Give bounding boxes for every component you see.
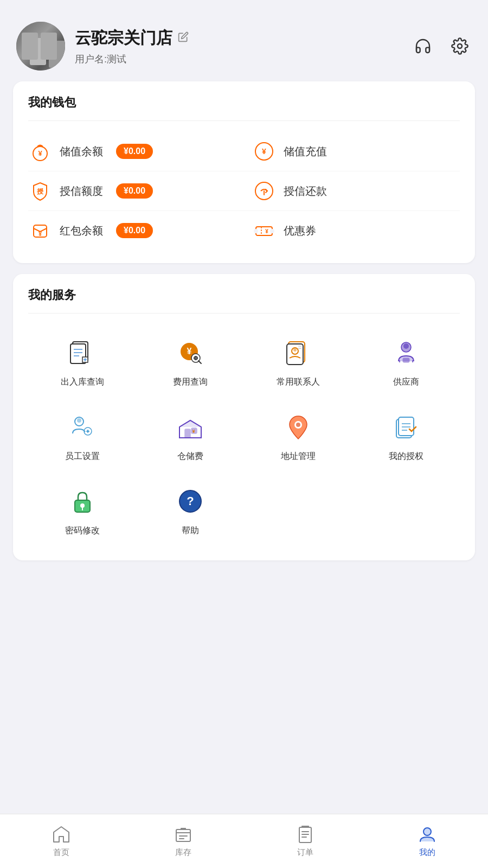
svg-point-51 <box>296 423 300 427</box>
coupon-icon: ¥ <box>252 219 276 242</box>
password-change-icon <box>65 484 100 519</box>
warehouse-query-icon <box>65 335 100 370</box>
wallet-row-savings: ¥ 储值余额 ¥0.00 ¥ 储值充值 <box>28 132 460 171</box>
svg-point-0 <box>458 44 462 48</box>
service-fee-query[interactable]: ¥ 费用查询 <box>136 324 244 399</box>
wallet-left-redpacket[interactable]: ¥ 红包余额 ¥0.00 <box>28 219 236 242</box>
service-label-fee: 费用查询 <box>173 376 208 388</box>
service-help[interactable]: ? 帮助 <box>136 473 244 547</box>
svg-text:¥: ¥ <box>192 429 195 434</box>
svg-rect-38 <box>403 358 409 362</box>
services-title: 我的服务 <box>28 287 460 314</box>
svg-text:¥: ¥ <box>38 149 42 157</box>
svg-point-42 <box>77 418 81 423</box>
wallet-rows: ¥ 储值余额 ¥0.00 ¥ 储值充值 <box>28 126 460 250</box>
my-authorization-icon <box>389 410 423 444</box>
nav-home-label: 首页 <box>53 847 69 858</box>
service-label-storage: 仓储费 <box>177 451 203 462</box>
inventory-icon <box>174 825 193 844</box>
svg-point-12 <box>270 229 274 233</box>
nav-orders-label: 订单 <box>297 847 313 858</box>
coupon-label: 优惠券 <box>284 224 316 238</box>
svg-point-33 <box>293 348 297 352</box>
service-label-address: 地址管理 <box>281 451 316 462</box>
svg-text:¥: ¥ <box>262 147 266 156</box>
nav-orders[interactable]: 订单 <box>285 820 326 862</box>
yuan-circle-icon: ¥ <box>252 139 276 163</box>
redpacket-label: 红包余额 <box>60 224 103 238</box>
services-grid: 出入库查询 ¥ 费用查询 <box>28 319 460 547</box>
redpacket-amount: ¥0.00 <box>116 223 153 238</box>
credit-amount: ¥0.00 <box>116 183 153 199</box>
credit-shield-icon: 授 <box>28 179 52 203</box>
profile-icon <box>418 825 437 844</box>
svg-text:?: ? <box>187 494 194 508</box>
svg-rect-53 <box>399 417 414 436</box>
wallet-right-recharge[interactable]: ¥ 储值充值 <box>236 139 460 163</box>
services-card: 我的服务 出入库查询 <box>13 274 475 560</box>
svg-text:¥: ¥ <box>38 231 42 237</box>
service-authorization[interactable]: 我的授权 <box>352 399 460 473</box>
recharge-label: 储值充值 <box>284 144 327 159</box>
shop-name-row: 云驼宗关门店 <box>75 27 189 49</box>
fee-query-icon: ¥ <box>173 335 208 370</box>
wallet-left-savings[interactable]: ¥ 储值余额 ¥0.00 <box>28 139 236 163</box>
nav-inventory-label: 库存 <box>175 847 191 858</box>
help-icon: ? <box>173 484 208 519</box>
settings-button[interactable] <box>448 34 472 58</box>
money-bag-icon: ¥ <box>28 139 52 163</box>
savings-label: 储值余额 <box>60 144 103 159</box>
service-employee[interactable]: 员工设置 <box>28 399 136 473</box>
edit-icon[interactable] <box>178 31 189 45</box>
nav-inventory[interactable]: 库存 <box>163 820 204 862</box>
wallet-row-credit: 授 授信额度 ¥0.00 授信还款 <box>28 171 460 211</box>
bottom-nav: 首页 库存 订单 <box>0 814 488 868</box>
service-storage-fee[interactable]: ¥ 仓储费 <box>136 399 244 473</box>
svg-text:¥: ¥ <box>187 347 191 356</box>
nav-home[interactable]: 首页 <box>41 820 82 862</box>
svg-rect-47 <box>185 429 190 438</box>
employee-setting-icon <box>65 410 100 444</box>
service-warehouse-query[interactable]: 出入库查询 <box>28 324 136 399</box>
wallet-card: 我的钱包 ¥ 储值余额 ¥0.00 <box>13 81 475 263</box>
svg-text:¥: ¥ <box>265 228 268 234</box>
headset-button[interactable] <box>411 34 435 58</box>
svg-text:授: 授 <box>36 188 44 195</box>
service-label-contacts: 常用联系人 <box>277 376 320 388</box>
supplier-icon <box>389 335 423 370</box>
service-contacts[interactable]: 常用联系人 <box>244 324 352 399</box>
nav-profile[interactable]: 我的 <box>407 820 448 862</box>
service-label-supplier: 供应商 <box>393 376 419 388</box>
yuan-arrow-icon <box>252 179 276 203</box>
wallet-right-coupon[interactable]: ¥ 优惠券 <box>236 219 460 242</box>
red-envelope-icon: ¥ <box>28 219 52 242</box>
header: 云驼宗关门店 用户名:测试 <box>0 0 488 81</box>
svg-rect-10 <box>256 227 272 235</box>
avatar[interactable] <box>16 22 65 71</box>
service-label-warehouse: 出入库查询 <box>61 376 104 388</box>
credit-label: 授信额度 <box>60 184 103 199</box>
service-label-auth: 我的授权 <box>389 451 423 462</box>
repay-label: 授信还款 <box>284 184 327 199</box>
service-supplier[interactable]: 供应商 <box>352 324 460 399</box>
wallet-left-credit[interactable]: 授 授信额度 ¥0.00 <box>28 179 236 203</box>
orders-icon <box>296 825 315 844</box>
storage-fee-icon: ¥ <box>173 410 208 444</box>
shop-name-text: 云驼宗关门店 <box>75 27 172 49</box>
svg-point-11 <box>254 229 258 233</box>
header-right <box>411 34 472 58</box>
header-left: 云驼宗关门店 用户名:测试 <box>16 22 189 71</box>
service-password[interactable]: 密码修改 <box>28 473 136 547</box>
svg-point-46 <box>87 430 89 432</box>
header-info: 云驼宗关门店 用户名:测试 <box>75 27 189 66</box>
service-label-password: 密码修改 <box>65 525 100 537</box>
service-label-employee: 员工设置 <box>65 451 100 462</box>
address-management-icon <box>281 410 316 444</box>
savings-amount: ¥0.00 <box>116 144 153 159</box>
contacts-icon <box>281 335 316 370</box>
home-icon <box>52 825 71 844</box>
service-address[interactable]: 地址管理 <box>244 399 352 473</box>
nav-profile-label: 我的 <box>419 847 435 858</box>
wallet-right-repay[interactable]: 授信还款 <box>236 179 460 203</box>
svg-point-37 <box>403 343 409 349</box>
